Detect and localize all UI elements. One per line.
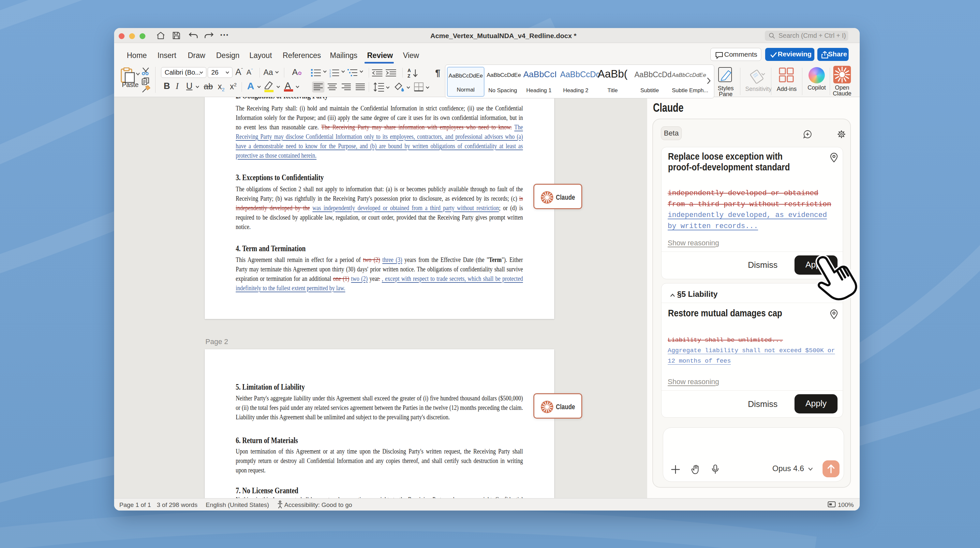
svg-text:3: 3 — [329, 75, 331, 77]
svg-text:A: A — [407, 68, 411, 73]
svg-text:Z: Z — [407, 73, 410, 78]
